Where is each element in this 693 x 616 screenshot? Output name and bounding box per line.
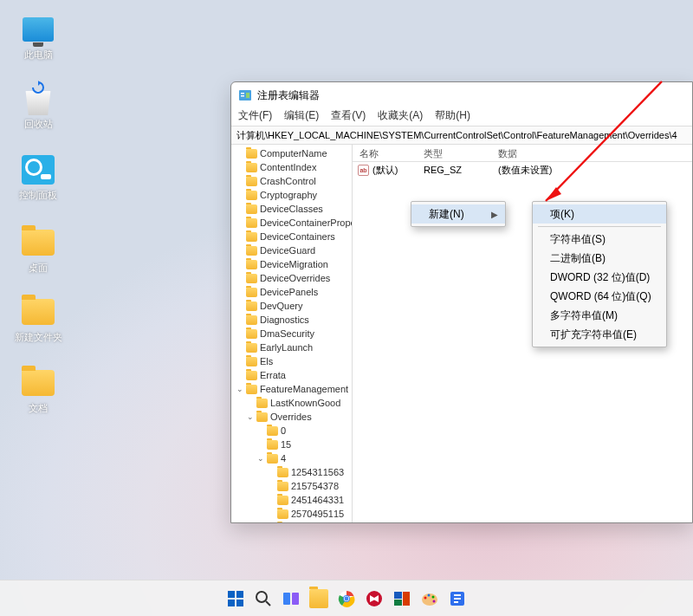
tree-item-label: DeviceOverrides — [260, 273, 330, 283]
desktop-icon-label: 控制面板 — [19, 189, 57, 202]
tree-item-label: 1254311563 — [291, 467, 344, 477]
tree-item[interactable]: ›2570495115 — [231, 507, 352, 521]
tree-item[interactable]: ⌄Overrides — [231, 410, 352, 424]
svg-point-25 — [432, 595, 435, 598]
desktop-icon-folder-2[interactable]: 新建文件夹 — [14, 295, 62, 344]
tree-item[interactable]: ›2451464331 — [231, 493, 352, 507]
tree-item[interactable]: ⌄FeatureManagement — [231, 382, 352, 396]
start-button[interactable] — [224, 587, 247, 610]
folder-icon — [246, 371, 257, 380]
ctx-sub-item[interactable]: 可扩充字符串值(E) — [533, 325, 666, 344]
folder-icon — [246, 329, 257, 339]
tree-item[interactable]: ›CrashControl — [231, 174, 352, 188]
tree-item[interactable]: ⌄4 — [231, 451, 352, 465]
tree-item-label: Els — [260, 356, 273, 366]
desktop-icon-recycle-bin[interactable]: 回收站 — [14, 81, 62, 131]
folder-icon — [246, 315, 257, 325]
search-button[interactable] — [252, 587, 275, 610]
menu-help[interactable]: 帮助(H) — [435, 108, 470, 126]
address-bar[interactable]: 计算机\HKEY_LOCAL_MACHINE\SYSTEM\CurrentCon… — [231, 126, 692, 145]
tree-item-label: EarlyLaunch — [260, 342, 313, 353]
tree-item[interactable]: ›DevicePanels — [231, 285, 352, 299]
ctx-sub-item[interactable]: QWORD (64 位)值(Q) — [533, 287, 666, 306]
svg-point-17 — [345, 596, 349, 600]
tree-item[interactable]: ›DeviceContainerPropertyUpda — [231, 216, 352, 230]
tree-item-label: DeviceGuard — [260, 245, 315, 256]
office-button[interactable] — [391, 587, 413, 610]
ctx-new[interactable]: 新建(N) ▶ — [411, 204, 505, 224]
titlebar[interactable]: 注册表编辑器 — [231, 82, 692, 108]
ctx-sub-item[interactable]: 二进制值(B) — [533, 249, 666, 268]
ctx-sub-item[interactable]: DWORD (32 位)值(D) — [533, 268, 666, 287]
svg-rect-21 — [403, 592, 410, 606]
tree-item-label: LastKnownGood — [270, 398, 340, 408]
tree-item[interactable]: ›DeviceOverrides — [231, 271, 352, 285]
tree-item[interactable]: ›Diagnostics — [231, 313, 352, 327]
svg-point-24 — [428, 593, 431, 596]
menu-favorites[interactable]: 收藏夹(A) — [378, 108, 423, 126]
app-button[interactable] — [446, 587, 469, 610]
tree-item[interactable]: ›ContentIndex — [231, 160, 352, 174]
tree-item[interactable]: ›1254311563 — [231, 465, 352, 479]
tree-item[interactable]: ›DmaSecurity — [231, 327, 352, 340]
folder-icon — [246, 232, 257, 242]
task-view-button[interactable] — [280, 587, 302, 610]
list-row[interactable]: ab (默认) REG_SZ (数值未设置) — [353, 162, 692, 178]
folder-icon — [277, 482, 288, 491]
tree-view[interactable]: ›ComputerName›ContentIndex›CrashControl›… — [231, 145, 353, 522]
ctx-sub-item[interactable]: 字符串值(S) — [533, 230, 666, 249]
folder-icon — [246, 274, 257, 283]
tree-item[interactable]: ›Els — [231, 354, 352, 368]
tree-item[interactable]: ›DeviceClasses — [231, 202, 352, 216]
tree-item[interactable]: ›Cryptography — [231, 188, 352, 202]
svg-rect-8 — [228, 600, 235, 606]
col-type[interactable]: 类型 — [417, 145, 491, 161]
tree-item[interactable]: ›DeviceMigration — [231, 257, 352, 271]
desktop-icon-folder-1[interactable]: 桌面 — [14, 225, 62, 275]
folder-icon — [22, 370, 55, 396]
folder-icon — [22, 299, 55, 325]
folder-icon — [246, 204, 257, 214]
tree-item[interactable]: ›2755536522 — [231, 521, 352, 522]
tree-item[interactable]: ›Errata — [231, 368, 352, 382]
col-data[interactable]: 数据 — [491, 145, 692, 161]
ctx-sub-item[interactable]: 多字符串值(M) — [533, 306, 666, 325]
tree-item-label: Overrides — [270, 412, 312, 422]
desktop-icon-control-panel[interactable]: 控制面板 — [14, 152, 62, 202]
tree-item[interactable]: ›ComputerName — [231, 146, 352, 160]
ctx-sub-item[interactable]: 项(K) — [533, 204, 666, 224]
mcafee-button[interactable] — [363, 587, 385, 610]
tree-item[interactable]: ›EarlyLaunch — [231, 340, 352, 354]
folder-icon — [246, 177, 257, 186]
menu-view[interactable]: 查看(V) — [331, 108, 366, 126]
col-name[interactable]: 名称 — [353, 145, 417, 161]
ctx-item-label: 新建(N) — [429, 207, 464, 222]
ctx-item-label: 可扩充字符串值(E) — [550, 327, 637, 342]
tree-item-label: 215754378 — [291, 481, 339, 491]
ctx-item-label: 二进制值(B) — [550, 251, 606, 266]
tree-item[interactable]: ›DeviceGuard — [231, 243, 352, 257]
menu-file[interactable]: 文件(F) — [238, 108, 272, 126]
folder-icon — [246, 260, 257, 269]
desktop-icon-folder-3[interactable]: 文档 — [14, 366, 62, 415]
tree-item-label: 4 — [281, 453, 286, 464]
control-panel-icon — [22, 155, 55, 185]
file-explorer-button[interactable] — [308, 587, 330, 610]
svg-rect-3 — [246, 93, 249, 98]
chrome-button[interactable] — [335, 587, 358, 610]
tree-item[interactable]: ›15 — [231, 438, 352, 451]
regedit-icon — [238, 88, 252, 102]
menu-edit[interactable]: 编辑(E) — [284, 108, 319, 126]
tree-item-label: CrashControl — [260, 176, 316, 186]
tree-item-label: Cryptography — [260, 190, 317, 200]
svg-rect-19 — [394, 592, 402, 599]
tree-item[interactable]: ›LastKnownGood — [231, 396, 352, 410]
tree-item-label: 0 — [281, 425, 286, 436]
tree-item[interactable]: ›0 — [231, 424, 352, 438]
svg-rect-2 — [241, 95, 244, 97]
tree-item[interactable]: ›215754378 — [231, 479, 352, 493]
desktop-icon-this-pc[interactable]: 此电脑 — [14, 12, 62, 62]
paint-button[interactable] — [418, 587, 441, 610]
tree-item[interactable]: ›DeviceContainers — [231, 230, 352, 243]
tree-item[interactable]: ›DevQuery — [231, 299, 352, 313]
